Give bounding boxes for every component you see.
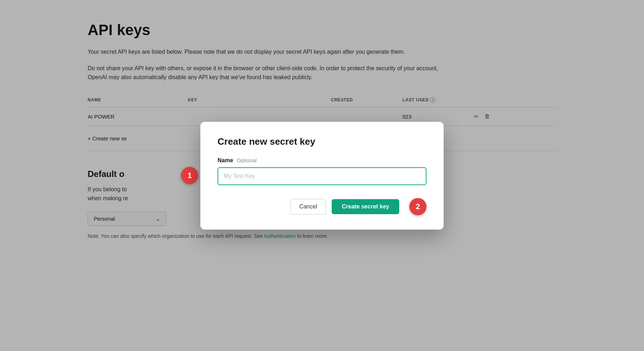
modal: Create new secret key Name Optional Canc… (200, 122, 444, 230)
modal-title: Create new secret key (218, 136, 426, 147)
badge-2: 2 (409, 198, 426, 215)
name-label: Name (218, 157, 233, 164)
form-label-row: Name Optional (218, 157, 426, 164)
key-name-input[interactable] (218, 167, 426, 185)
modal-overlay: 1 Create new secret key Name Optional Ca… (0, 0, 644, 351)
modal-actions: Cancel Create secret key 2 (218, 198, 426, 215)
optional-label: Optional (237, 157, 257, 163)
modal-container: 1 Create new secret key Name Optional Ca… (200, 122, 444, 230)
create-secret-key-button[interactable]: Create secret key (332, 199, 399, 214)
cancel-button[interactable]: Cancel (291, 199, 326, 215)
badge-1: 1 (181, 167, 198, 184)
